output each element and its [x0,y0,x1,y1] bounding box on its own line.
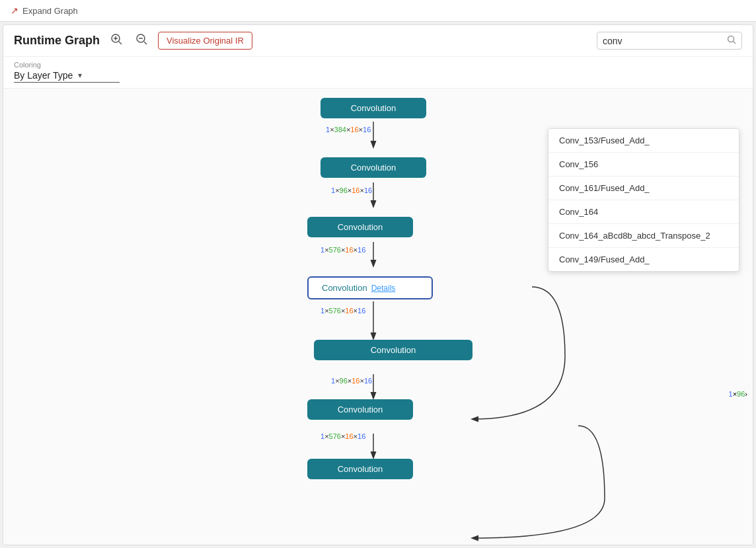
coloring-label: Coloring [14,61,742,69]
coloring-section: Coloring By Layer Type ▾ [3,57,753,89]
convolution-node-2[interactable]: Convolution [321,157,426,178]
search-container [597,32,742,50]
dropdown-item-0[interactable]: Conv_153/Fused_Add_ [548,129,739,153]
convolution-node-6[interactable]: Convolution [307,399,413,420]
dropdown-item-3[interactable]: Conv_164 [548,200,739,224]
expand-label: Expand Graph [22,6,78,16]
graph-area: Convolution 1×384×16×16 Convolution 1×96… [3,89,753,545]
convolution-node-3[interactable]: Convolution [307,217,413,237]
expand-icon: ↗ [11,5,19,16]
main-panel: Runtime Graph Visualize Original IR [3,24,753,545]
toolbar: Runtime Graph Visualize Original IR [3,25,753,57]
svg-point-7 [728,36,734,42]
convolution-node-7[interactable]: Convolution [307,459,413,479]
edge-label-3: 1×576×16×16 [321,246,365,254]
visualize-original-ir-button[interactable]: Visualize Original IR [158,32,252,50]
convolution-node-5[interactable]: Convolution [314,340,472,360]
details-link[interactable]: Details [371,284,396,293]
svg-line-8 [734,42,736,44]
edge-label-6: 1×576×16×16 [321,432,365,440]
coloring-select[interactable]: By Layer Type ▾ [14,70,120,83]
edge-label-5: 1×96×16×16 [331,377,372,385]
search-dropdown: Conv_153/Fused_Add_ Conv_156 Conv_161/Fu… [548,128,739,272]
svg-line-3 [119,42,122,44]
dropdown-item-2[interactable]: Conv_161/Fused_Add_ [548,176,739,200]
svg-line-6 [144,42,147,44]
convolution-node-4-selected[interactable]: Convolution Details [307,276,433,299]
right-edge-label-1: 1×96› [729,390,747,398]
zoom-in-button[interactable] [108,32,125,50]
dropdown-item-4[interactable]: Conv_164_aBcd8b_abcd_Transpose_2 [548,224,739,248]
zoom-out-button[interactable] [133,32,150,50]
coloring-value: By Layer Type [14,70,73,81]
edge-label-2: 1×96×16×16 [331,186,372,194]
app-container: ↗ Expand Graph Runtime Graph [0,0,756,548]
expand-bar[interactable]: ↗ Expand Graph [0,0,756,22]
convolution-node-1[interactable]: Convolution [321,98,426,118]
chevron-down-icon: ▾ [78,71,82,80]
search-input[interactable] [603,36,727,46]
dropdown-item-1[interactable]: Conv_156 [548,153,739,176]
dropdown-item-5[interactable]: Conv_149/Fused_Add_ [548,248,739,271]
edge-label-4: 1×576×16×16 [321,307,365,315]
search-icon-button[interactable] [727,35,736,46]
page-title: Runtime Graph [14,34,100,48]
edge-label-1: 1×384×16×16 [326,126,371,134]
